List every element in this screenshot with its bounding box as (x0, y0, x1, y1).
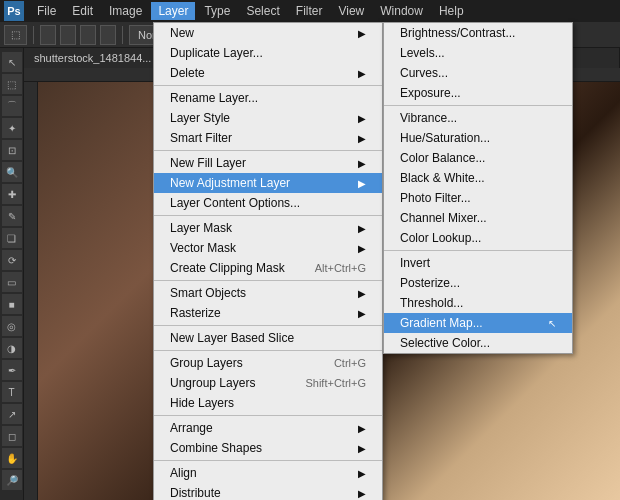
menu-group-layers[interactable]: Group Layers Ctrl+G (154, 353, 382, 373)
menu-filter[interactable]: Filter (289, 2, 330, 20)
tool-history[interactable]: ⟳ (2, 250, 22, 270)
menu-new-fill-layer[interactable]: New Fill Layer ▶ (154, 153, 382, 173)
align-arrow: ▶ (358, 468, 366, 479)
menu-edit[interactable]: Edit (65, 2, 100, 20)
distribute-arrow: ▶ (358, 488, 366, 499)
tool-shape[interactable]: ◻ (2, 426, 22, 446)
sep-2 (154, 150, 382, 151)
menu-help[interactable]: Help (432, 2, 471, 20)
tool-eyedropper[interactable]: 🔍 (2, 162, 22, 182)
rasterize-arrow: ▶ (358, 308, 366, 319)
adjustment-submenu: Brightness/Contrast... Levels... Curves.… (383, 22, 573, 354)
menu-smart-filter[interactable]: Smart Filter ▶ (154, 128, 382, 148)
menu-distribute[interactable]: Distribute ▶ (154, 483, 382, 500)
layer-style-arrow: ▶ (358, 113, 366, 124)
toolbar-marquee[interactable]: ⬚ (4, 25, 27, 45)
adj-curves[interactable]: Curves... (384, 63, 572, 83)
toolbar-btn-1[interactable] (40, 25, 56, 45)
menu-rasterize[interactable]: Rasterize ▶ (154, 303, 382, 323)
menu-window[interactable]: Window (373, 2, 430, 20)
layer-menu: New ▶ Duplicate Layer... Delete ▶ Rename… (153, 22, 383, 500)
tool-crop[interactable]: ⊡ (2, 140, 22, 160)
menu-select[interactable]: Select (239, 2, 286, 20)
tool-hand[interactable]: ✋ (2, 448, 22, 468)
toolbar-btn-4[interactable] (100, 25, 116, 45)
menu-file[interactable]: File (30, 2, 63, 20)
tool-marquee[interactable]: ⬚ (2, 74, 22, 94)
gradient-map-cursor: ↖ (548, 318, 556, 329)
menu-create-clipping-mask[interactable]: Create Clipping Mask Alt+Ctrl+G (154, 258, 382, 278)
adj-black-white[interactable]: Black & White... (384, 168, 572, 188)
menu-type[interactable]: Type (197, 2, 237, 20)
adj-channel-mixer[interactable]: Channel Mixer... (384, 208, 572, 228)
toolbar-sep-2 (122, 26, 123, 44)
ungroup-layers-shortcut: Shift+Ctrl+G (305, 377, 366, 389)
adj-photo-filter[interactable]: Photo Filter... (384, 188, 572, 208)
menu-layer[interactable]: Layer (151, 2, 195, 20)
tool-brush[interactable]: ✎ (2, 206, 22, 226)
tool-lasso[interactable]: ⌒ (2, 96, 22, 116)
menu-vector-mask[interactable]: Vector Mask ▶ (154, 238, 382, 258)
sep-5 (154, 325, 382, 326)
menu-delete[interactable]: Delete ▶ (154, 63, 382, 83)
adj-sep-1 (384, 105, 572, 106)
adj-selective-color[interactable]: Selective Color... (384, 333, 572, 353)
adj-invert[interactable]: Invert (384, 253, 572, 273)
clipping-mask-shortcut: Alt+Ctrl+G (315, 262, 366, 274)
adj-threshold[interactable]: Threshold... (384, 293, 572, 313)
menu-duplicate-layer[interactable]: Duplicate Layer... (154, 43, 382, 63)
menu-new-layer-based-slice[interactable]: New Layer Based Slice (154, 328, 382, 348)
menubar: Ps File Edit Image Layer Type Select Fil… (0, 0, 620, 22)
adj-color-balance[interactable]: Color Balance... (384, 148, 572, 168)
adjustment-arrow: ▶ (358, 178, 366, 189)
menu-layer-mask[interactable]: Layer Mask ▶ (154, 218, 382, 238)
adj-brightness-contrast[interactable]: Brightness/Contrast... (384, 23, 572, 43)
tool-move[interactable]: ↖ (2, 52, 22, 72)
menu-smart-objects[interactable]: Smart Objects ▶ (154, 283, 382, 303)
smart-objects-arrow: ▶ (358, 288, 366, 299)
tool-zoom[interactable]: 🔎 (2, 470, 22, 490)
toolbar-btn-2[interactable] (60, 25, 76, 45)
menu-align[interactable]: Align ▶ (154, 463, 382, 483)
menu-ungroup-layers[interactable]: Ungroup Layers Shift+Ctrl+G (154, 373, 382, 393)
menu-arrange[interactable]: Arrange ▶ (154, 418, 382, 438)
menu-image[interactable]: Image (102, 2, 149, 20)
tool-healing[interactable]: ✚ (2, 184, 22, 204)
tool-clone[interactable]: ❏ (2, 228, 22, 248)
sep-7 (154, 415, 382, 416)
tool-gradient[interactable]: ■ (2, 294, 22, 314)
tool-eraser[interactable]: ▭ (2, 272, 22, 292)
layer-mask-arrow: ▶ (358, 223, 366, 234)
tool-wand[interactable]: ✦ (2, 118, 22, 138)
delete-arrow: ▶ (358, 68, 366, 79)
toolbar-btn-3[interactable] (80, 25, 96, 45)
ruler-vertical (24, 82, 38, 500)
tool-text[interactable]: T (2, 382, 22, 402)
adj-color-lookup[interactable]: Color Lookup... (384, 228, 572, 248)
sep-6 (154, 350, 382, 351)
tool-pen[interactable]: ✒ (2, 360, 22, 380)
menu-combine-shapes[interactable]: Combine Shapes ▶ (154, 438, 382, 458)
tool-dodge[interactable]: ◑ (2, 338, 22, 358)
adj-hue-saturation[interactable]: Hue/Saturation... (384, 128, 572, 148)
adj-posterize[interactable]: Posterize... (384, 273, 572, 293)
menu-layer-style[interactable]: Layer Style ▶ (154, 108, 382, 128)
adj-gradient-map[interactable]: Gradient Map... ↖ (384, 313, 572, 333)
tool-path[interactable]: ↗ (2, 404, 22, 424)
toolbar-sep-1 (33, 26, 34, 44)
tool-blur[interactable]: ◎ (2, 316, 22, 336)
menu-new-adjustment-layer[interactable]: New Adjustment Layer ▶ (154, 173, 382, 193)
sep-4 (154, 280, 382, 281)
menu-new[interactable]: New ▶ (154, 23, 382, 43)
smart-filter-arrow: ▶ (358, 133, 366, 144)
adj-vibrance[interactable]: Vibrance... (384, 108, 572, 128)
menu-view[interactable]: View (331, 2, 371, 20)
menu-hide-layers[interactable]: Hide Layers (154, 393, 382, 413)
combine-arrow: ▶ (358, 443, 366, 454)
adj-sep-2 (384, 250, 572, 251)
menu-rename-layer[interactable]: Rename Layer... (154, 88, 382, 108)
group-layers-shortcut: Ctrl+G (334, 357, 366, 369)
adj-levels[interactable]: Levels... (384, 43, 572, 63)
menu-layer-content-options[interactable]: Layer Content Options... (154, 193, 382, 213)
adj-exposure[interactable]: Exposure... (384, 83, 572, 103)
